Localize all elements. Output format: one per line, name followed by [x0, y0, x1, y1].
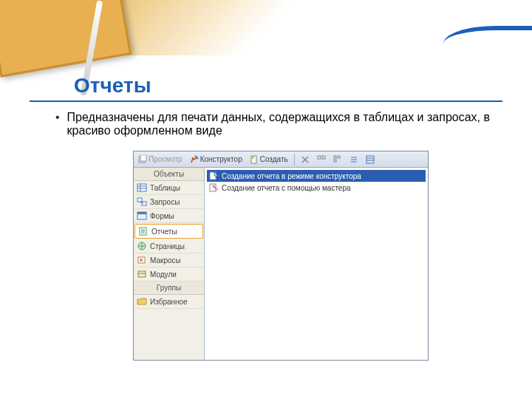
access-window: Просмотр Конструктор Создать [133, 151, 429, 361]
sidebar-label: Избранное [150, 298, 188, 306]
sidebar-item-pages[interactable]: Страницы [134, 239, 204, 253]
preview-icon [138, 155, 147, 164]
sidebar-item-favorites[interactable]: Избранное [134, 295, 204, 309]
sidebar-item-macros[interactable]: Макросы [134, 253, 204, 267]
report-icon [138, 227, 149, 236]
designer-button[interactable]: Конструктор [187, 153, 245, 166]
main-pane: Создание отчета в режиме конструктора Со… [205, 168, 428, 360]
designer-label: Конструктор [200, 155, 242, 163]
delete-icon [301, 155, 310, 164]
small-icons-icon [333, 155, 342, 164]
create-icon [250, 155, 259, 164]
large-icons-icon [317, 155, 326, 164]
sidebar-label: Страницы [150, 242, 185, 250]
sidebar-item-tables[interactable]: Таблицы [134, 181, 204, 195]
row-label: Создание отчета в режиме конструктора [222, 172, 361, 180]
view-list-button[interactable] [347, 153, 361, 166]
groups-header: Группы [134, 282, 204, 295]
slide-content: Отчеты • Предназначены для печати данных… [0, 74, 532, 399]
sidebar-item-forms[interactable]: Формы [134, 209, 204, 223]
svg-rect-5 [334, 156, 336, 158]
delete-button[interactable] [298, 153, 313, 166]
bullet-point: • Предназначены для печати данных, содер… [30, 111, 502, 137]
wizard-wand-icon [208, 183, 219, 193]
folder-icon [137, 297, 147, 306]
notebook-image [0, 0, 132, 78]
create-report-designer-row[interactable]: Создание отчета в режиме конструктора [207, 170, 426, 182]
svg-rect-14 [137, 184, 146, 191]
bullet-marker: • [55, 111, 60, 124]
sidebar-label: Запросы [150, 198, 180, 206]
view-small-button[interactable] [330, 153, 345, 166]
toolbar: Просмотр Конструктор Создать [134, 151, 428, 168]
view-details-button[interactable] [363, 153, 378, 166]
create-button[interactable]: Создать [247, 153, 291, 166]
svg-rect-4 [322, 156, 325, 159]
svg-rect-18 [137, 198, 142, 202]
sidebar-item-modules[interactable]: Модули [134, 267, 204, 282]
preview-button[interactable]: Просмотр [135, 153, 185, 166]
objects-sidebar: Объекты Таблицы Запросы Формы Отчеты [134, 168, 205, 360]
view-large-button[interactable] [314, 153, 329, 166]
slide-title: Отчеты [30, 74, 502, 102]
svg-point-33 [215, 188, 218, 191]
create-label: Создать [260, 155, 288, 163]
sidebar-label: Макросы [150, 256, 181, 265]
page-icon [137, 242, 147, 250]
svg-rect-19 [142, 202, 146, 205]
svg-rect-1 [140, 155, 146, 161]
sidebar-item-reports[interactable]: Отчеты [134, 224, 203, 239]
svg-rect-11 [366, 156, 374, 163]
details-icon [366, 155, 375, 164]
svg-rect-6 [338, 156, 340, 158]
query-icon [137, 197, 147, 206]
objects-header: Объекты [134, 168, 204, 181]
sidebar-label: Отчеты [151, 228, 177, 236]
body-area: Объекты Таблицы Запросы Формы Отчеты [134, 168, 428, 360]
sidebar-label: Модули [150, 270, 177, 279]
sidebar-item-queries[interactable]: Запросы [134, 195, 204, 209]
sidebar-label: Таблицы [150, 184, 180, 192]
svg-rect-29 [138, 271, 146, 277]
table-icon [137, 183, 147, 192]
wizard-icon [208, 171, 219, 181]
svg-rect-3 [318, 156, 321, 159]
designer-icon [190, 155, 199, 164]
row-label: Создание отчета с помощью мастера [222, 184, 351, 192]
bullet-text: Предназначены для печати данных, содержа… [67, 111, 502, 137]
toolbar-divider [294, 154, 295, 166]
list-icon [349, 155, 358, 164]
preview-label: Просмотр [149, 155, 183, 163]
macro-icon [137, 256, 147, 265]
svg-rect-22 [137, 212, 146, 214]
module-icon [137, 270, 147, 279]
form-icon [137, 211, 147, 220]
create-report-wizard-row[interactable]: Создание отчета с помощью мастера [207, 182, 426, 194]
svg-rect-7 [334, 160, 336, 162]
sidebar-label: Формы [150, 212, 174, 220]
